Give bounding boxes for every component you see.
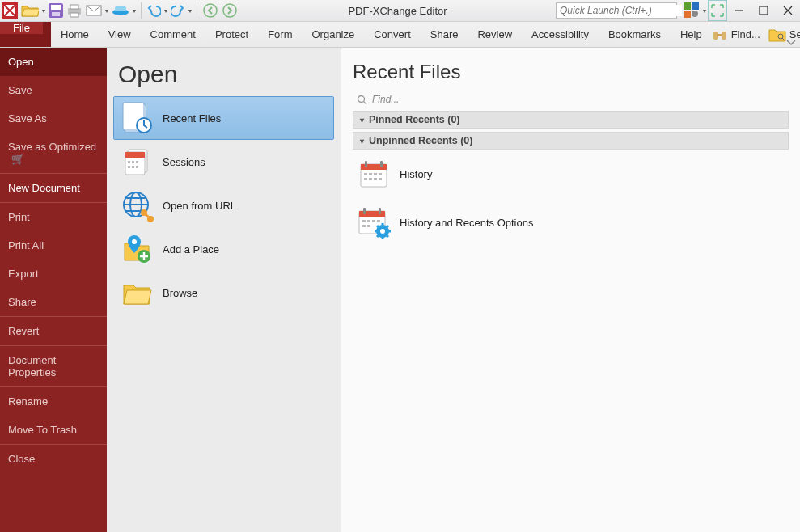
close-button[interactable] [776, 0, 800, 22]
ribbon-expand-icon[interactable] [785, 38, 797, 48]
pinned-recents-header[interactable]: ▾ Pinned Recents (0) [353, 111, 789, 129]
tab-organize[interactable]: Organize [302, 22, 364, 47]
sidebar-item-save-as[interactable]: Save As [0, 104, 107, 133]
svg-rect-13 [684, 2, 691, 10]
print-icon[interactable] [65, 0, 84, 21]
open-folder-icon[interactable] [19, 0, 40, 21]
separator [197, 2, 197, 19]
quick-access-toolbar: ▾ ▾ ▾ ▾ ▾ [0, 0, 239, 21]
svg-rect-51 [374, 178, 377, 180]
sidebar-item-save-as-optimized[interactable]: Save as Optimized🛒 [0, 133, 107, 173]
recent-files-panel: Recent Files Find... ▾ Pinned Recents (0… [341, 48, 800, 532]
dropdown-icon[interactable]: ▾ [187, 7, 193, 15]
sidebar-item-save[interactable]: Save [0, 76, 107, 104]
tab-home[interactable]: Home [51, 22, 99, 47]
sidebar-item-open[interactable]: Open [0, 48, 107, 76]
history-item[interactable]: History [353, 150, 789, 198]
redo-icon[interactable] [169, 0, 187, 21]
svg-rect-3 [52, 12, 60, 16]
open-source-browse[interactable]: Browse [113, 271, 334, 315]
tab-help[interactable]: Help [671, 22, 712, 47]
ui-options-icon[interactable] [682, 0, 701, 21]
tab-form[interactable]: Form [258, 22, 302, 47]
find-placeholder: Find... [372, 94, 399, 105]
svg-rect-32 [132, 166, 134, 168]
svg-rect-28 [128, 161, 130, 163]
recent-find-row[interactable]: Find... [353, 91, 789, 108]
nav-forward-icon[interactable] [220, 0, 239, 21]
sidebar-item-print-all[interactable]: Print All [0, 231, 107, 260]
tab-file[interactable]: File [0, 22, 43, 34]
svg-rect-31 [128, 166, 130, 168]
mail-icon[interactable] [84, 0, 104, 21]
sidebar-item-print[interactable]: Print [0, 203, 107, 231]
file-sidebar: OpenSaveSave AsSave as Optimized🛒New Doc… [0, 48, 107, 532]
maximize-button[interactable] [751, 0, 776, 22]
undo-icon[interactable] [145, 0, 163, 21]
sidebar-item-export[interactable]: Export [0, 260, 107, 288]
open-column: Open Recent FilesSessionsOpen from URLAd… [107, 48, 341, 532]
sidebar-item-revert[interactable]: Revert [0, 317, 107, 345]
calendar-gear-icon [356, 205, 392, 240]
tab-review[interactable]: Review [468, 22, 522, 47]
sidebar-item-rename[interactable]: Rename [0, 387, 107, 416]
binoculars-icon [712, 27, 728, 43]
quick-launch-box[interactable] [556, 2, 677, 19]
dropdown-icon[interactable]: ▾ [104, 7, 110, 15]
tab-protect[interactable]: Protect [205, 22, 258, 47]
svg-rect-45 [364, 173, 367, 175]
open-source-open-from-url[interactable]: Open from URL [113, 184, 334, 227]
file-tab-wrap: File [0, 22, 51, 47]
quick-launch-input[interactable] [560, 5, 682, 16]
app-icon[interactable] [0, 0, 19, 21]
svg-point-38 [132, 239, 137, 244]
svg-rect-20 [717, 34, 722, 36]
sidebar-item-close[interactable]: Close [0, 445, 107, 473]
tab-view[interactable]: View [99, 22, 141, 47]
svg-rect-50 [369, 178, 372, 180]
svg-rect-60 [377, 220, 380, 222]
unpinned-label: Unpinned Recents (0) [369, 135, 473, 146]
dropdown-icon[interactable]: ▾ [163, 7, 169, 15]
tab-comment[interactable]: Comment [141, 22, 205, 47]
open-source-add-a-place[interactable]: Add a Place [113, 227, 334, 271]
open-source-label: Open from URL [163, 200, 236, 212]
svg-rect-49 [364, 178, 367, 180]
browse-icon [119, 275, 154, 310]
dropdown-icon[interactable]: ▾ [131, 7, 138, 15]
search-icon [357, 95, 367, 105]
svg-rect-9 [115, 6, 126, 11]
open-source-sessions[interactable]: Sessions [113, 140, 334, 184]
svg-rect-56 [379, 208, 381, 214]
open-title: Open [107, 56, 341, 96]
history-options-item[interactable]: History and Recents Options [353, 198, 789, 247]
svg-rect-6 [70, 13, 78, 17]
scan-icon[interactable] [110, 0, 131, 21]
sidebar-item-move-to-trash[interactable]: Move To Trash [0, 416, 107, 444]
svg-rect-47 [374, 173, 377, 175]
minimize-button[interactable] [727, 0, 751, 22]
sidebar-item-new-document[interactable]: New Document [0, 174, 107, 202]
sidebar-item-document-properties[interactable]: Document Properties [0, 346, 107, 386]
nav-back-icon[interactable] [201, 0, 220, 21]
chevron-down-icon: ▾ [360, 116, 364, 125]
tab-bookmarks[interactable]: Bookmarks [599, 22, 671, 47]
find-label: Find... [731, 28, 760, 40]
dropdown-icon[interactable]: ▾ [701, 7, 708, 15]
open-source-label: Add a Place [163, 243, 219, 255]
open-source-recent-files[interactable]: Recent Files [113, 96, 334, 140]
window-title: PDF-XChange Editor [239, 5, 556, 17]
find-button[interactable]: Find... [712, 27, 760, 43]
tab-accessibility[interactable]: Accessibility [522, 22, 599, 47]
fit-icon[interactable] [708, 0, 727, 21]
history-label: History [400, 168, 432, 180]
tab-convert[interactable]: Convert [364, 22, 421, 47]
save-icon[interactable] [47, 0, 65, 21]
svg-rect-57 [362, 220, 366, 222]
svg-rect-14 [692, 2, 699, 10]
tab-share[interactable]: Share [421, 22, 468, 47]
svg-rect-27 [125, 152, 145, 158]
dropdown-icon[interactable]: ▾ [40, 7, 47, 15]
sidebar-item-share[interactable]: Share [0, 288, 107, 316]
unpinned-recents-header[interactable]: ▾ Unpinned Recents (0) [353, 132, 789, 150]
